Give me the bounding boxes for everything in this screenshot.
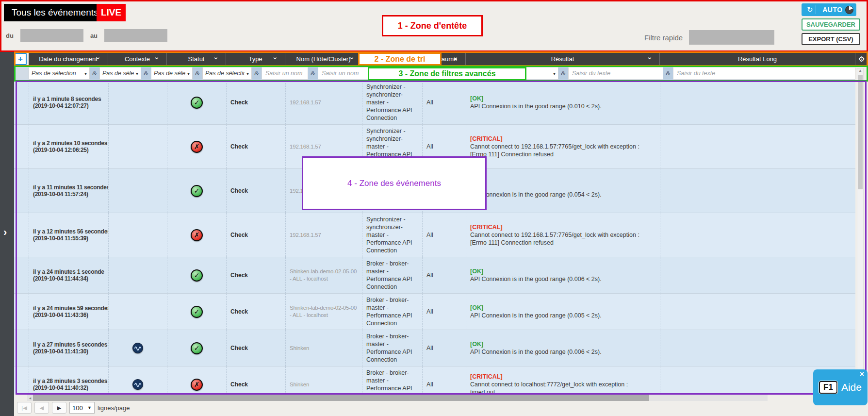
scroll-left-icon[interactable]: ◂ <box>27 396 33 400</box>
sort-chevron-icon[interactable]: ⌄ <box>95 52 101 61</box>
row-expand-cell[interactable] <box>14 257 29 293</box>
result-line: timed out <box>470 388 628 394</box>
zone3-label: 3 - Zone de filtres avancés <box>368 67 526 81</box>
result-status-badge: [CRITICAL] <box>470 135 639 143</box>
filter-text-input[interactable] <box>568 67 663 80</box>
filter-select-value: Pas de sélection <box>154 70 185 77</box>
row-expand-cell[interactable] <box>14 169 29 213</box>
event-row[interactable]: il y a 27 minutes 5 secondes(2019-10-04 … <box>14 330 855 366</box>
row-expand-cell[interactable] <box>14 213 29 257</box>
event-host-cell: 192.168.1.57 <box>285 213 362 257</box>
previous-page-button[interactable]: ◀ <box>34 402 49 414</box>
event-row[interactable]: il y a 1 minute 8 secondes(2019-10-04 12… <box>14 81 855 125</box>
events-app: Tous les événements LIVE du au Filtre ra… <box>0 0 868 416</box>
column-header-nom_hote[interactable]: Nom (Hôte/Cluster)⌄ <box>285 52 362 66</box>
event-result-long-cell <box>660 81 855 124</box>
sidebar-expand-icon[interactable]: › <box>3 229 7 236</box>
add-column-button[interactable]: + <box>14 53 27 65</box>
row-expand-cell[interactable] <box>14 366 29 394</box>
event-row[interactable]: il y a 28 minutes 3 secondes(2019-10-04 … <box>14 366 855 394</box>
from-date-input[interactable] <box>20 29 83 42</box>
status-ok-icon: ✓ <box>191 185 203 197</box>
event-host-cell: Shinken-lab-demo-02-05-00 - ALL - localh… <box>285 257 362 293</box>
event-timestamp: (2019-10-04 11:43:36) <box>33 312 88 318</box>
sort-chevron-icon[interactable]: ⌄ <box>272 52 278 61</box>
filter-and-separator: & <box>558 67 568 80</box>
live-button[interactable]: LIVE <box>97 4 126 21</box>
filter-blank-cell <box>14 67 29 80</box>
column-settings-gear-icon[interactable]: ⚙ <box>855 52 868 66</box>
event-relative-time: il y a 24 minutes 1 seconde <box>33 268 104 275</box>
event-context-cell <box>108 125 167 168</box>
scroll-up-icon[interactable]: ▲ <box>857 68 863 73</box>
column-header-contexte[interactable]: Contexte⌄ <box>108 52 167 66</box>
sort-chevron-icon[interactable]: ⌄ <box>153 52 160 61</box>
sort-chevron-icon[interactable]: ⌄ <box>348 52 355 61</box>
event-result-long-cell <box>660 294 855 330</box>
close-icon[interactable]: × <box>860 370 864 379</box>
event-result-cell: [CRITICAL]Cannot connect to localhost:77… <box>466 366 660 394</box>
left-sidebar: › <box>0 52 14 416</box>
first-page-button[interactable]: |◀ <box>17 402 32 414</box>
auto-refresh-button[interactable]: ↻ AUTO <box>802 3 856 16</box>
chevron-down-icon: ▾ <box>185 71 190 76</box>
event-status-cell: ✓ <box>167 257 226 293</box>
export-csv-button[interactable]: EXPORT (CSV) <box>802 33 860 45</box>
column-header-resultat[interactable]: Résultat⌄ <box>466 52 660 66</box>
sort-chevron-icon[interactable]: ⌄ <box>646 52 653 61</box>
event-row[interactable]: il y a 24 minutes 1 seconde(2019-10-04 1… <box>14 257 855 294</box>
page-size-select[interactable]: 100 ▼ <box>69 402 95 414</box>
filter-select[interactable]: Pas de sélection▾ <box>151 67 193 80</box>
vertical-scrollbar[interactable]: ▲ <box>857 68 864 393</box>
next-page-button[interactable]: ▶ <box>52 402 66 414</box>
filter-text-input[interactable] <box>673 67 855 80</box>
to-date-input[interactable] <box>104 29 167 42</box>
result-line: API Connexion is in the good range (0.00… <box>470 275 602 283</box>
filter-select[interactable]: Pas de sélection▾ <box>99 67 141 80</box>
save-button[interactable]: SAUVEGARDER <box>802 18 860 31</box>
event-realm-cell: All <box>422 330 466 366</box>
column-header-type[interactable]: Type⌄ <box>226 52 285 66</box>
date-range-row: du au <box>6 29 167 42</box>
event-timestamp: (2019-10-04 11:44:34) <box>33 275 88 282</box>
result-line: API Connexion is in the good range (0.00… <box>470 348 602 356</box>
column-header-resultat_long[interactable]: Résultat Long <box>660 52 855 66</box>
event-context-cell <box>108 294 167 330</box>
row-expand-cell[interactable] <box>14 330 29 366</box>
horizontal-scrollbar[interactable]: ◂ <box>27 395 768 401</box>
filter-select-value: Pas de sélection <box>102 70 134 77</box>
horizontal-scrollbar-thumb[interactable] <box>33 395 649 401</box>
result-line: Cannot connect to 192.168.1.57:7765/get_… <box>470 143 639 150</box>
event-relative-time: il y a 12 minutes 56 secondes <box>33 228 108 235</box>
column-header-statut[interactable]: Statut⌄ <box>167 52 226 66</box>
chevron-down-icon: ▾ <box>82 71 87 76</box>
all-events-button[interactable]: Tous les événements <box>4 4 106 21</box>
chevron-down-icon: ▾ <box>245 71 249 76</box>
column-header-date[interactable]: Date du changement⌄ <box>29 52 108 66</box>
filter-text-input[interactable] <box>262 67 308 80</box>
event-type-cell: Check <box>226 169 285 213</box>
header-buttons: ↻ AUTO SAUVEGARDER EXPORT (CSV) <box>802 3 860 45</box>
event-row[interactable]: il y a 12 minutes 56 secondes(2019-10-04… <box>14 213 855 257</box>
event-result-cell: [OK]API Connexion is in the good range (… <box>466 257 660 293</box>
status-ok-icon: ✓ <box>191 306 203 318</box>
event-date-cell: il y a 24 minutes 1 seconde(2019-10-04 1… <box>29 257 108 293</box>
filter-select[interactable]: Pas de sélection▾ <box>29 67 90 80</box>
row-expand-cell[interactable] <box>14 125 29 168</box>
quick-filter-input[interactable] <box>689 30 774 45</box>
help-popup[interactable]: × F1 Aide <box>813 369 868 405</box>
event-row[interactable]: il y a 24 minutes 59 secondes(2019-10-04… <box>14 294 855 330</box>
quick-filter-label: Filtre rapide <box>644 33 683 42</box>
sort-chevron-icon[interactable]: ⌄ <box>213 52 219 61</box>
row-expand-cell[interactable] <box>14 81 29 124</box>
status-critical-icon: ✗ <box>191 379 203 391</box>
result-line: Cannot connect to 192.168.1.57:7765/get_… <box>470 231 639 239</box>
sort-chevron-icon[interactable]: ⌄ <box>452 52 459 61</box>
row-expand-cell[interactable] <box>14 294 29 330</box>
event-realm-cell: All <box>422 366 466 394</box>
event-result-long-cell <box>660 330 855 366</box>
vertical-scrollbar-thumb[interactable] <box>858 75 863 189</box>
zone2-label: 2 - Zone de tri <box>358 52 442 66</box>
filter-select[interactable]: Pas de sélection▾ <box>202 67 252 80</box>
event-result-long-cell <box>660 125 855 168</box>
